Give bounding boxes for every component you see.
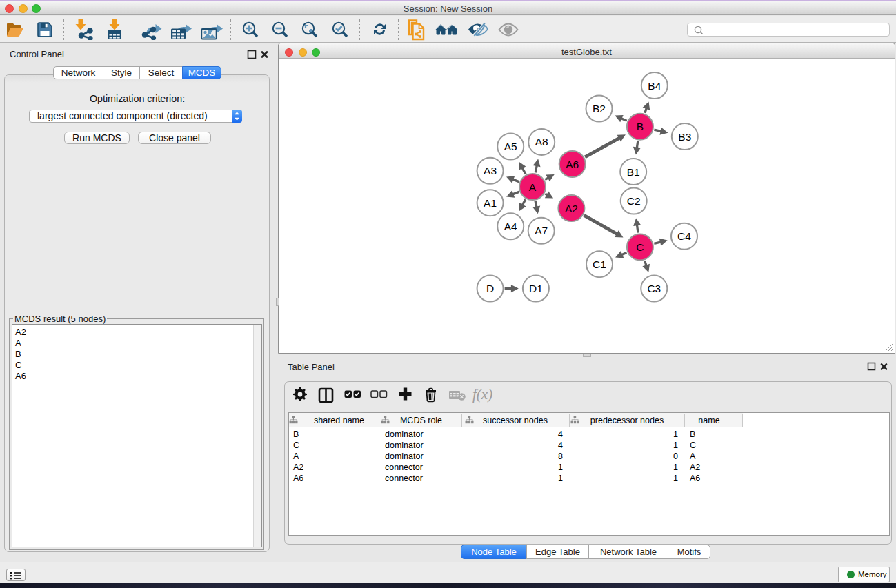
- svg-text:B2: B2: [593, 103, 606, 114]
- svg-text:B1: B1: [627, 166, 640, 178]
- svg-text:C1: C1: [593, 258, 606, 270]
- svg-text:A4: A4: [504, 221, 517, 232]
- svg-text:A6: A6: [566, 159, 579, 170]
- svg-text:A2: A2: [565, 203, 578, 214]
- svg-text:A1: A1: [484, 197, 497, 209]
- svg-text:C3: C3: [647, 283, 661, 294]
- svg-text:C4: C4: [677, 230, 691, 242]
- svg-text:B3: B3: [678, 131, 691, 143]
- svg-text:C: C: [636, 241, 644, 253]
- svg-text:A: A: [529, 181, 537, 193]
- svg-text:D: D: [486, 283, 494, 294]
- svg-text:B4: B4: [648, 80, 661, 92]
- svg-text:A8: A8: [535, 136, 548, 148]
- svg-text:A3: A3: [484, 165, 497, 176]
- svg-text:A5: A5: [504, 141, 517, 152]
- svg-text:B: B: [637, 121, 644, 132]
- svg-text:D1: D1: [529, 283, 543, 294]
- svg-text:A7: A7: [535, 225, 548, 236]
- svg-text:C2: C2: [627, 195, 641, 207]
